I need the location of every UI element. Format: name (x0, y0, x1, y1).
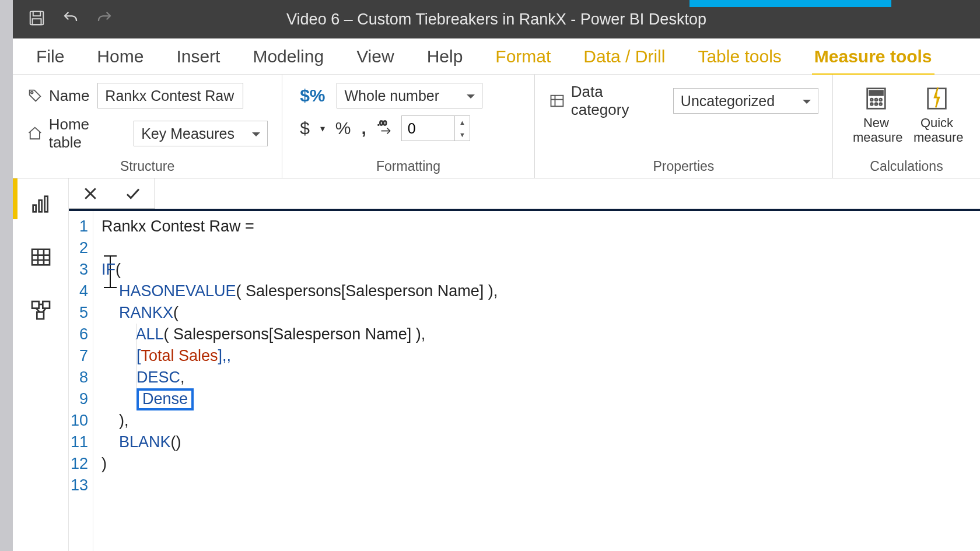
data-view-button[interactable] (26, 242, 56, 274)
quick-measure-label: Quick measure (914, 115, 960, 145)
code-line-11: BLANK() (102, 431, 980, 453)
svg-rect-9 (870, 91, 883, 96)
svg-point-11 (875, 99, 877, 101)
home-table-label: Home table (27, 115, 125, 152)
quick-access-toolbar (13, 9, 113, 29)
data-category-label: Data category (549, 83, 665, 119)
group-structure: Name Home table Key Measures Structure (13, 75, 282, 178)
active-view-indicator (13, 178, 18, 219)
svg-text:.00: .00 (377, 120, 387, 127)
svg-rect-2 (33, 19, 41, 24)
group-formatting: $% Whole number $ ▾ % , .00 ▲ ▼ (282, 75, 535, 178)
tab-file[interactable]: File (36, 40, 64, 73)
data-category-select[interactable]: Uncategorized (673, 88, 818, 114)
percent-button[interactable]: % (332, 116, 355, 141)
svg-rect-26 (43, 301, 50, 308)
code-line-12: ) (102, 453, 980, 475)
svg-rect-17 (33, 205, 36, 212)
svg-point-13 (870, 103, 873, 106)
thousands-button[interactable]: , (358, 116, 370, 141)
measure-name-input[interactable] (97, 83, 243, 108)
title-bar: Video 6 – Custom Tiebreakers in RankX - … (13, 0, 980, 38)
decimals-spinner[interactable]: ▲ ▼ (401, 115, 470, 141)
decimals-down[interactable]: ▼ (455, 128, 470, 141)
tab-table-tools[interactable]: Table tools (698, 40, 781, 73)
svg-point-12 (880, 99, 882, 101)
ribbon-content: Name Home table Key Measures Structure $… (13, 75, 980, 178)
quick-measure-button[interactable]: Quick measure (908, 83, 966, 148)
code-line-8: DESC, (102, 367, 980, 388)
group-calculations-label: Calculations (833, 159, 980, 174)
selected-token: Dense (136, 388, 194, 410)
group-properties: Data category Uncategorized Properties (535, 75, 833, 178)
svg-rect-27 (37, 312, 44, 319)
svg-rect-18 (38, 200, 41, 212)
svg-rect-20 (32, 250, 50, 265)
code-line-9: Dense (102, 388, 980, 410)
svg-point-10 (870, 99, 873, 101)
data-category-label-text: Data category (571, 83, 665, 119)
redo-icon[interactable] (96, 9, 113, 29)
dax-editor[interactable]: 1 2 3 4 5 6 7 8 9 10 11 12 13 (69, 211, 980, 551)
tab-view[interactable]: View (356, 40, 394, 73)
currency-button[interactable]: $ (296, 116, 313, 141)
svg-rect-1 (33, 12, 41, 16)
new-measure-label: New measure (853, 115, 900, 145)
window-title: Video 6 – Custom Tiebreakers in RankX - … (13, 10, 980, 29)
formula-area: 1 2 3 4 5 6 7 8 9 10 11 12 13 (69, 178, 980, 551)
svg-point-14 (875, 103, 877, 106)
view-rail (13, 178, 69, 551)
code-area[interactable]: Rankx Contest Raw = IF( HASONEVALUE( Sal… (93, 211, 980, 551)
group-calculations: New measure Quick measure Calculations (833, 75, 980, 178)
code-line-13 (102, 475, 980, 496)
home-table-value: Key Measures (141, 125, 235, 142)
commit-formula-button[interactable] (112, 178, 155, 208)
line-gutter: 1 2 3 4 5 6 7 8 9 10 11 12 13 (69, 211, 93, 551)
svg-point-15 (880, 103, 882, 106)
contextual-tab-highlight (690, 0, 891, 7)
svg-rect-25 (32, 301, 39, 308)
group-properties-label: Properties (535, 159, 832, 174)
app-window: Video 6 – Custom Tiebreakers in RankX - … (13, 0, 980, 551)
tab-home[interactable]: Home (97, 40, 144, 73)
new-measure-button[interactable]: New measure (847, 83, 905, 148)
tab-format[interactable]: Format (495, 40, 551, 73)
tab-data-drill[interactable]: Data / Drill (583, 40, 665, 73)
data-category-value: Uncategorized (681, 93, 775, 110)
cancel-formula-button[interactable] (69, 178, 112, 208)
code-line-2 (102, 237, 980, 259)
decimals-input[interactable] (402, 120, 454, 137)
undo-icon[interactable] (62, 9, 79, 29)
currency-dropdown-icon[interactable]: ▾ (317, 121, 328, 136)
formula-header (69, 178, 980, 211)
svg-rect-19 (44, 196, 47, 212)
group-structure-label: Structure (13, 159, 282, 174)
decimal-shift-icon[interactable]: .00 (373, 115, 398, 141)
code-line-5: RANKX( (102, 302, 980, 324)
tab-insert[interactable]: Insert (176, 40, 220, 73)
tab-modeling[interactable]: Modeling (253, 40, 324, 73)
code-line-3: IF( (102, 259, 980, 280)
name-label-text: Name (49, 87, 89, 105)
svg-point-3 (31, 92, 33, 94)
workspace: 1 2 3 4 5 6 7 8 9 10 11 12 13 (13, 178, 980, 551)
format-type-icon: $% (296, 83, 328, 108)
home-table-label-text: Home table (49, 115, 125, 152)
report-view-button[interactable] (26, 189, 56, 221)
code-line-6: ALL( Salespersons[Salesperson Name] ), (102, 324, 980, 345)
tab-measure-tools[interactable]: Measure tools (814, 40, 932, 73)
format-type-select[interactable]: Whole number (337, 83, 482, 108)
save-icon[interactable] (28, 9, 46, 29)
group-formatting-label: Formatting (282, 159, 534, 174)
code-line-10: ), (102, 410, 980, 431)
tab-help[interactable]: Help (427, 40, 463, 73)
ribbon-tabs: File Home Insert Modeling View Help Form… (13, 38, 980, 75)
name-label: Name (27, 87, 89, 105)
format-type-value: Whole number (344, 87, 439, 104)
decimals-up[interactable]: ▲ (455, 116, 470, 128)
code-line-7: [Total Sales],, (102, 345, 980, 367)
code-line-1: Rankx Contest Raw = (102, 216, 980, 237)
model-view-button[interactable] (26, 295, 56, 327)
svg-rect-5 (551, 96, 563, 107)
home-table-select[interactable]: Key Measures (134, 121, 268, 146)
